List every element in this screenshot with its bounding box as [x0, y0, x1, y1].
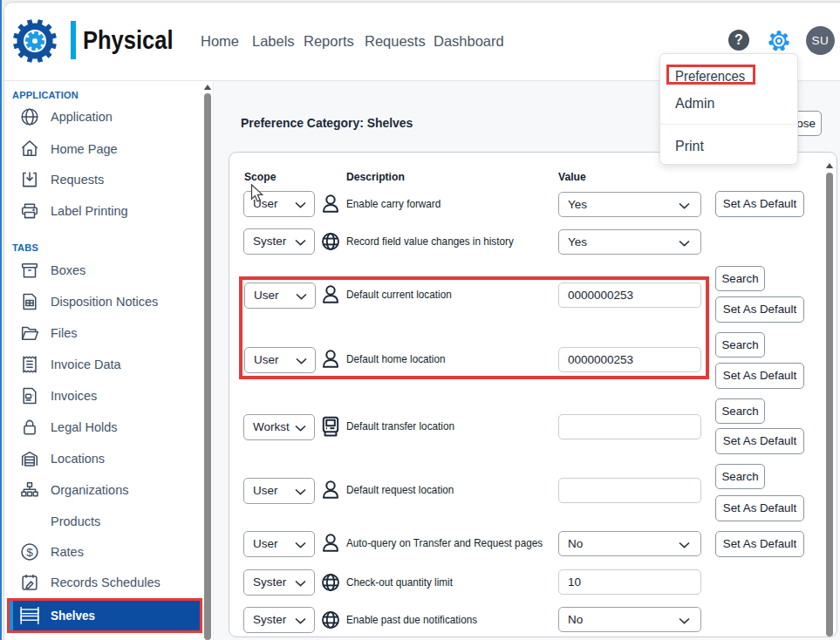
svg-text:$: $: [26, 546, 33, 559]
